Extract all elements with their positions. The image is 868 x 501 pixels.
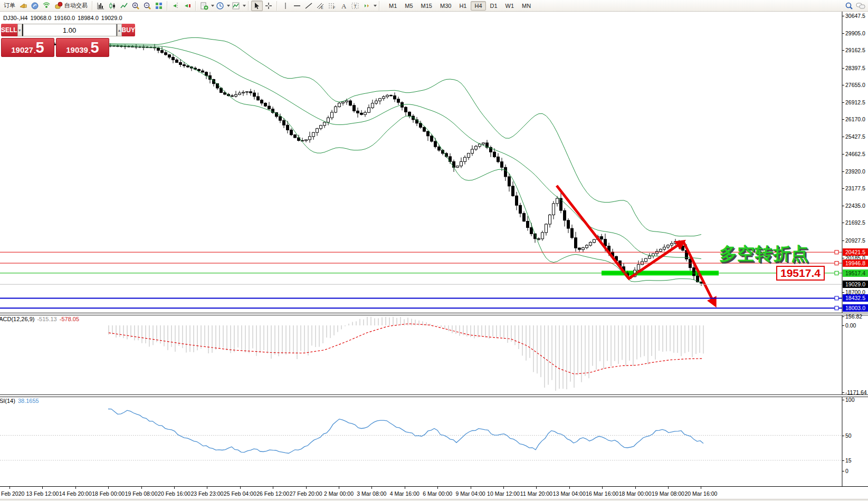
timeframe-M1[interactable]: M1 [385, 1, 400, 11]
orders-button[interactable]: 订单 [2, 1, 17, 11]
volume-up-button[interactable]: ▲ [117, 24, 122, 36]
sell-price-main: 19027 [11, 45, 33, 55]
rsi-tick-label: 15 [845, 457, 852, 464]
tile-windows-icon[interactable] [153, 1, 165, 11]
time-tick [503, 487, 504, 489]
macd-panel-divider[interactable] [0, 313, 868, 315]
price-tick-dash [842, 33, 844, 34]
time-tick [273, 487, 273, 489]
volume-down-button[interactable]: ▼ [17, 24, 22, 36]
time-tick [207, 487, 207, 489]
price-tick-label: 26170.0 [845, 116, 865, 122]
time-axis[interactable]: Feb 202013 Feb 12:0014 Feb 20:0018 Feb 0… [0, 486, 868, 499]
zoom-out-icon[interactable] [141, 1, 153, 11]
new-chart-icon[interactable] [198, 1, 210, 11]
time-tick [42, 487, 43, 489]
vertical-line-icon[interactable] [280, 1, 291, 11]
signal-icon[interactable] [41, 1, 52, 11]
time-tick [701, 487, 701, 489]
auto-trading-button[interactable]: 自动交易 [52, 1, 90, 11]
ohlc-open: 19068.0 [30, 15, 51, 21]
time-tick [75, 487, 76, 489]
label-icon[interactable]: T [349, 1, 361, 11]
candlestick-icon[interactable] [107, 1, 118, 11]
time-tick [405, 487, 405, 489]
trendline-icon[interactable] [303, 1, 314, 11]
price-tick-label: 22435.0 [845, 203, 865, 209]
time-tick [371, 487, 372, 489]
macd-tick-dash [842, 316, 844, 317]
svg-text:F: F [333, 6, 335, 9]
time-tick-label: 11 Mar 20:00 [520, 490, 552, 497]
search-icon[interactable] [843, 1, 855, 11]
shapes-dropdown[interactable] [374, 5, 377, 7]
timeframe-M30[interactable]: M30 [436, 1, 455, 11]
shapes-icon[interactable] [361, 1, 373, 11]
time-tick [437, 487, 438, 489]
fibonacci-icon[interactable]: F [326, 1, 338, 11]
rsi-tick-dash [842, 400, 844, 400]
buy-price-button[interactable]: 19039.5 [56, 38, 109, 57]
indicators-icon[interactable] [230, 1, 242, 11]
macd-tick-label: 156.82 [845, 313, 862, 320]
price-callout-box[interactable]: 19517.4 [776, 266, 825, 281]
time-tick-label: Feb 2020 [1, 490, 24, 497]
price-tick-label: 20927.5 [845, 237, 865, 244]
macd-panel [109, 316, 703, 391]
timeframe-MN[interactable]: MN [518, 1, 535, 11]
turning-point-annotation[interactable]: 多空转折点 [719, 242, 809, 266]
time-tick-label: 23 Feb 23:00 [190, 490, 223, 497]
price-tick-dash [842, 223, 844, 223]
time-tick [108, 487, 109, 489]
time-tick-label: 18 Mar 00:00 [619, 490, 652, 497]
timeframe-bar: M1M5M15M30H1H4D1W1MN [385, 1, 535, 11]
candles [9, 40, 703, 286]
publisher-icon[interactable] [29, 1, 41, 11]
timeframe-D1[interactable]: D1 [487, 1, 501, 11]
timeframe-H4[interactable]: H4 [471, 1, 485, 11]
rsi-label: RSI(14)38.1655 [0, 398, 39, 404]
zoom-in-icon[interactable] [130, 1, 141, 11]
time-tick-label: 18 Feb 00:00 [92, 490, 125, 497]
line-chart-icon[interactable] [118, 1, 130, 11]
timeframe-H1[interactable]: H1 [455, 1, 470, 11]
time-tick [569, 487, 570, 489]
timeframe-M15[interactable]: M15 [417, 1, 436, 11]
price-tick-label: 26912.5 [845, 99, 865, 105]
rsi-panel-divider[interactable] [0, 394, 868, 397]
price-tick-dash [842, 171, 844, 172]
price-tick-label: 29162.5 [845, 47, 865, 53]
price-tick-dash [842, 102, 844, 103]
time-tick-label: 10 Mar 12:00 [487, 490, 520, 497]
price-level-label: 18432.5 [843, 294, 868, 302]
volume-input[interactable] [22, 24, 117, 36]
horizontal-line-icon[interactable] [291, 1, 303, 11]
timeframe-W1[interactable]: W1 [502, 1, 518, 11]
sell-button[interactable]: SELL [1, 24, 17, 36]
chat-icon[interactable] [855, 1, 866, 11]
indicators-dropdown[interactable] [243, 5, 246, 7]
timeframe-M5[interactable]: M5 [401, 1, 416, 11]
bar-chart-icon[interactable] [95, 1, 107, 11]
price-tick-dash [842, 50, 844, 51]
period-clock-icon[interactable] [214, 1, 226, 11]
price-tick-dash [842, 154, 844, 155]
text-icon[interactable]: A [338, 1, 349, 11]
chart-shift-icon[interactable] [170, 1, 182, 11]
bollinger-middle [84, 44, 701, 258]
macd-tick-dash [842, 325, 844, 326]
macd-label: MACD(12,26,9)-515.13-578.05 [0, 316, 79, 322]
ohlc-high: 19160.0 [54, 15, 75, 21]
main-chart-panel [9, 37, 719, 305]
buy-button[interactable]: BUY [122, 24, 135, 36]
sell-price-button[interactable]: 19027.5 [1, 38, 54, 57]
buy-price-main: 19039 [66, 45, 88, 55]
time-tick-label: 3 Mar 08:00 [357, 490, 386, 497]
megaphone-icon[interactable] [17, 1, 29, 11]
cursor-icon[interactable] [251, 1, 263, 11]
crosshair-icon[interactable] [263, 1, 274, 11]
channel-icon[interactable]: E [314, 1, 326, 11]
price-tick-label: 27655.0 [845, 82, 865, 88]
auto-scroll-icon[interactable] [182, 1, 193, 11]
price-tick-label: 28397.5 [845, 65, 865, 71]
